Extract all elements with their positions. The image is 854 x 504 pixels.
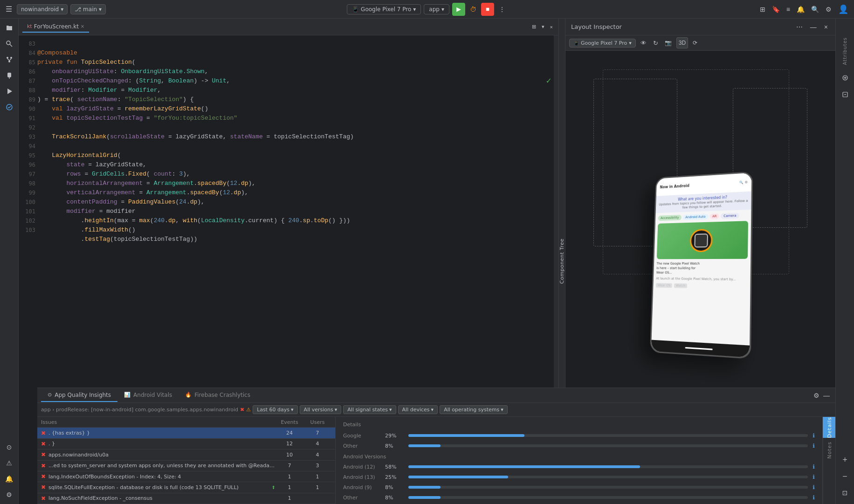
- tab-vitals-icon: 📊: [124, 392, 131, 398]
- structure-button[interactable]: ≡: [785, 4, 792, 15]
- attr-icon-1[interactable]: [838, 70, 853, 85]
- details-android12-info[interactable]: ℹ: [813, 463, 815, 470]
- details-other-label: Other: [343, 443, 380, 449]
- bottom-panel: ⊙ App Quality Insights 📊 Android Vitals …: [37, 388, 835, 504]
- split-editor-button[interactable]: ⊞: [530, 22, 538, 32]
- inspector-more-button[interactable]: ⋯: [794, 21, 805, 33]
- details-android13-bar: [408, 476, 508, 478]
- sidebar-icon-search[interactable]: [2, 36, 17, 51]
- tab-firebase-label: Firebase Crashlytics: [194, 392, 250, 398]
- inspector-device-dropdown[interactable]: 📱 Google Pixel 7 Pro ▾: [569, 39, 636, 48]
- tab-app-quality-insights[interactable]: ⊙ App Quality Insights: [41, 389, 117, 402]
- filter-signal-states-chevron: ▾: [389, 407, 392, 413]
- layout-inspector-header: Layout Inspector ⋯ — ×: [565, 19, 835, 35]
- inspector-reset-button[interactable]: ⟳: [691, 38, 699, 48]
- bookmarks-button[interactable]: 🔖: [770, 4, 782, 15]
- sidebar-icon-terminal[interactable]: ⊙: [2, 440, 17, 455]
- tab-firebase-icon: 🔥: [185, 392, 192, 398]
- sidebar-icon-prefs[interactable]: ⚙: [2, 487, 17, 502]
- issues-table-header: Issues Events Users: [37, 417, 335, 428]
- issue-row-5[interactable]: ✖ lang.IndexOutOfBoundsException - Index…: [37, 471, 335, 482]
- sidebar-icon-problems[interactable]: ⚠: [2, 456, 17, 470]
- details-google-info[interactable]: ℹ: [813, 432, 815, 439]
- issue-row-2[interactable]: ✖ . } 12 4: [37, 439, 335, 450]
- filter-signal-states[interactable]: All signal states ▾: [343, 405, 396, 414]
- inspector-eye-button[interactable]: 👁: [639, 38, 648, 48]
- issue-3-name: apps.nowinandroid/u0a: [48, 452, 275, 458]
- stop-button[interactable]: ■: [481, 3, 494, 16]
- sidebar-icon-folder[interactable]: [2, 20, 17, 35]
- error-filter-icon[interactable]: ✖: [240, 407, 244, 413]
- inspector-screenshot-button[interactable]: 📷: [663, 38, 674, 48]
- details-android9-label: Android (9): [343, 484, 380, 490]
- details-android9-row: Android (9) 8% ℹ: [343, 484, 815, 490]
- details-other-row: Other 8% ℹ: [343, 443, 815, 449]
- issue-row-7[interactable]: ✖ lang.NoSuchFieldException - _consensus…: [37, 493, 335, 504]
- notifications-button[interactable]: 🔔: [795, 4, 806, 15]
- layout-inspector-title: Layout Inspector: [571, 23, 791, 30]
- issue-2-users: 4: [303, 441, 331, 447]
- attr-fit-screen[interactable]: ⊡: [838, 485, 853, 500]
- details-android9-info[interactable]: ℹ: [813, 484, 815, 490]
- profile-button[interactable]: ⏱: [468, 4, 478, 15]
- issue-row-4[interactable]: ✖ ...ed to system_server and system apps…: [37, 461, 335, 471]
- warning-filter-icon[interactable]: ⚠: [246, 407, 251, 413]
- account-button[interactable]: 👤: [836, 2, 850, 16]
- sidebar-icon-run[interactable]: [2, 84, 17, 99]
- more-options-button[interactable]: ⋮: [497, 4, 507, 15]
- filter-all-devices[interactable]: All devices ▾: [398, 405, 438, 414]
- issue-4-users: 3: [303, 463, 331, 469]
- bottom-panel-settings-button[interactable]: ⚙: [812, 390, 821, 401]
- col-header-issues: Issues: [41, 419, 275, 425]
- tab-firebase-crashlytics[interactable]: 🔥 Firebase Crashlytics: [179, 389, 257, 402]
- filter-operating-systems[interactable]: All operating systems ▾: [440, 405, 508, 414]
- issue-row-1[interactable]: ✖ . {has extras} } 24 7: [37, 428, 335, 438]
- sidebar-icon-debug[interactable]: [2, 68, 17, 83]
- tab-close-button[interactable]: ×: [81, 24, 84, 29]
- project-selector[interactable]: nowinandroid ▾: [17, 4, 68, 14]
- close-editor-button[interactable]: ×: [548, 22, 555, 32]
- editor-gutter: 8384858687 8889909192 9394959697 9899100…: [19, 35, 37, 504]
- top-bar: ☰ nowinandroid ▾ ⎇ main ▾ 📱 Google Pixel…: [0, 0, 854, 19]
- hamburger-button[interactable]: ☰: [4, 3, 14, 15]
- tab-foryouscreen[interactable]: kt ForYouScreen.kt ×: [22, 21, 89, 33]
- find-button[interactable]: 🔍: [809, 4, 821, 15]
- attr-zoom-out[interactable]: −: [838, 469, 853, 484]
- filter-all-versions[interactable]: All versions ▾: [300, 405, 342, 414]
- details-google-bar: [408, 434, 524, 437]
- svg-point-4: [8, 61, 10, 62]
- issue-row-6[interactable]: ✖ sqlite.SQLiteFullException - database …: [37, 482, 335, 493]
- issue-row-3[interactable]: ✖ apps.nowinandroid/u0a 10 4: [37, 450, 335, 460]
- run-button[interactable]: ▶: [452, 3, 465, 16]
- details-other-bar: [408, 444, 441, 447]
- issue-2-error-icon: ✖: [41, 441, 46, 447]
- notes-tab[interactable]: Notes: [823, 438, 835, 504]
- tab-android-vitals[interactable]: 📊 Android Vitals: [117, 389, 179, 402]
- branch-selector[interactable]: ⎇ main ▾: [70, 4, 106, 14]
- inspector-refresh-button[interactable]: ↻: [651, 38, 660, 48]
- split-view-button[interactable]: ⊞: [758, 4, 767, 15]
- issue-7-error-icon: ✖: [41, 495, 46, 502]
- bottom-panel-minimize-button[interactable]: —: [821, 390, 832, 401]
- sidebar-icon-git[interactable]: [2, 52, 17, 67]
- details-other-info[interactable]: ℹ: [813, 443, 815, 449]
- filter-last60days[interactable]: Last 60 days ▾: [253, 405, 297, 414]
- details-tab[interactable]: Details: [823, 417, 835, 438]
- attr-icon-2[interactable]: [838, 87, 853, 102]
- col-header-events: Events: [275, 419, 303, 425]
- filter-toolbar: app › prodRelease: [now-in-android] com.…: [37, 403, 835, 417]
- inspector-close-button[interactable]: ×: [822, 21, 830, 33]
- right-detail-tabs: Details Notes: [822, 417, 835, 504]
- attr-zoom-in[interactable]: +: [838, 452, 853, 467]
- inspector-3d-button[interactable]: 3D: [676, 37, 688, 48]
- run-config-selector[interactable]: app ▾: [424, 4, 449, 14]
- filter-last60days-chevron: ▾: [291, 407, 294, 413]
- recent-files-button[interactable]: ▾: [540, 22, 546, 32]
- settings-button[interactable]: ⚙: [824, 4, 833, 15]
- sidebar-icon-app-quality[interactable]: [2, 100, 17, 115]
- inspector-minimize-button[interactable]: —: [808, 21, 819, 33]
- device-selector[interactable]: 📱 Google Pixel 7 Pro ▾: [347, 4, 421, 14]
- sidebar-icon-notifications[interactable]: 🔔: [2, 471, 17, 486]
- details-android13-info[interactable]: ℹ: [813, 474, 815, 480]
- details-version-other-info[interactable]: ℹ: [813, 494, 815, 501]
